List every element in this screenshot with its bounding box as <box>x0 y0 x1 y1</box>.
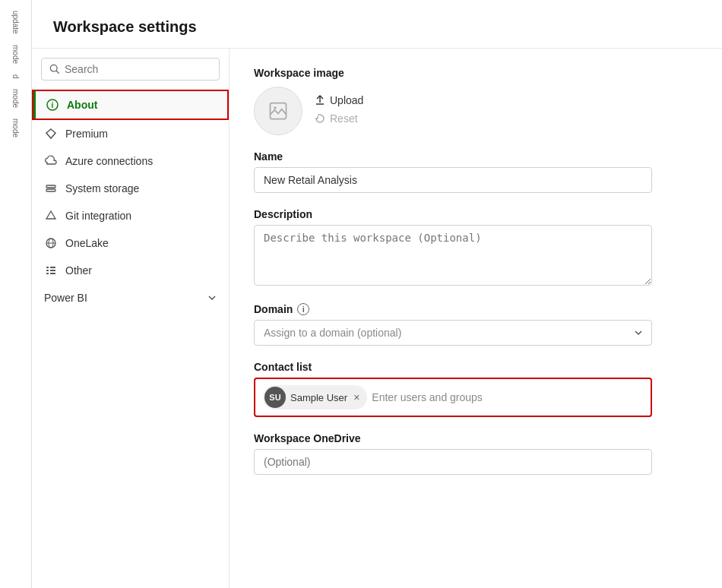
svg-rect-14 <box>50 270 55 271</box>
domain-info-icon[interactable]: i <box>297 303 309 315</box>
domain-label: Domain i <box>254 303 698 315</box>
contact-list-label: Contact list <box>254 361 698 373</box>
description-field-group: Description <box>254 208 698 288</box>
active-indicator <box>33 91 36 119</box>
search-input[interactable] <box>65 63 211 75</box>
list-icon <box>44 264 58 277</box>
svg-line-1 <box>56 71 59 73</box>
svg-rect-12 <box>50 267 55 268</box>
onedrive-input[interactable] <box>254 449 652 475</box>
name-field-group: Name <box>254 150 698 193</box>
description-label: Description <box>254 208 698 220</box>
workspace-image-row: Upload Reset <box>254 87 698 135</box>
left-edge-item[interactable]: d <box>10 71 21 82</box>
reset-icon <box>315 113 325 124</box>
sidebar-item-label-about: About <box>67 99 97 111</box>
sidebar-item-premium[interactable]: Premium <box>32 120 229 147</box>
name-input[interactable] <box>254 167 652 193</box>
sidebar-item-git-integration[interactable]: Git integration <box>32 202 229 229</box>
sidebar-item-system-storage[interactable]: System storage <box>32 175 229 202</box>
upload-icon <box>315 95 325 106</box>
workspace-image-placeholder <box>254 87 302 135</box>
sidebar: i About Premium <box>32 49 230 588</box>
left-edge-item[interactable]: mode <box>10 115 21 141</box>
svg-marker-7 <box>46 211 55 219</box>
chip-remove-button[interactable]: × <box>352 392 361 403</box>
sidebar-item-label-storage: System storage <box>65 182 139 194</box>
onedrive-field-group: Workspace OneDrive <box>254 432 698 475</box>
domain-field-group: Domain i Assign to a domain (optional) <box>254 303 698 346</box>
onedrive-label: Workspace OneDrive <box>254 432 698 444</box>
search-box[interactable] <box>41 58 220 81</box>
main-panel: Workspace settings i <box>32 0 722 588</box>
image-icon <box>268 100 289 122</box>
left-edge-item[interactable]: mode <box>10 86 21 111</box>
diamond-icon <box>44 127 58 141</box>
sidebar-item-azure-connections[interactable]: Azure connections <box>32 147 229 175</box>
svg-rect-16 <box>50 273 55 274</box>
contact-list-box[interactable]: SU Sample User × Enter users and groups <box>254 378 652 417</box>
svg-rect-11 <box>46 267 49 268</box>
svg-rect-6 <box>46 189 55 191</box>
svg-marker-4 <box>46 129 55 138</box>
left-edge-item[interactable]: mode <box>10 42 21 67</box>
sidebar-item-label-onelake: OneLake <box>65 237 109 249</box>
cloud-icon <box>44 154 58 168</box>
sidebar-item-onelake[interactable]: OneLake <box>32 229 229 257</box>
settings-main-content: Workspace image <box>230 49 722 588</box>
sidebar-item-label-other: Other <box>65 264 92 277</box>
domain-wrapper: Assign to a domain (optional) <box>254 320 652 346</box>
svg-point-18 <box>274 106 277 109</box>
chevron-down-icon <box>207 293 217 302</box>
reset-label: Reset <box>330 112 358 125</box>
info-circle-icon: i <box>46 98 59 112</box>
svg-text:i: i <box>52 101 54 109</box>
upload-button[interactable]: Upload <box>315 93 363 108</box>
sidebar-section-power-bi[interactable]: Power BI <box>32 284 229 311</box>
avatar: SU <box>264 387 286 408</box>
git-icon <box>44 209 58 223</box>
contact-list-field-group: Contact list SU Sample User × Enter user… <box>254 361 698 417</box>
user-name: Sample User <box>290 392 347 403</box>
search-icon <box>49 64 60 74</box>
upload-label: Upload <box>330 94 363 106</box>
sidebar-item-other[interactable]: Other <box>32 257 229 284</box>
storage-icon <box>44 182 58 195</box>
content-area: i About Premium <box>32 49 722 588</box>
description-input[interactable] <box>254 225 652 286</box>
sidebar-item-about[interactable]: i About <box>32 90 229 120</box>
section-label-power-bi: Power BI <box>44 292 87 304</box>
svg-rect-13 <box>46 270 49 271</box>
name-label: Name <box>254 150 698 163</box>
contact-input-placeholder[interactable]: Enter users and groups <box>372 391 643 403</box>
domain-select[interactable]: Assign to a domain (optional) <box>254 320 652 346</box>
globe-icon <box>44 236 58 250</box>
workspace-image-label: Workspace image <box>254 67 698 79</box>
left-edge-item[interactable]: update <box>10 8 21 37</box>
workspace-settings-header: Workspace settings <box>32 0 722 49</box>
sidebar-item-label-git: Git integration <box>65 210 131 222</box>
sidebar-item-label-premium: Premium <box>65 128 108 140</box>
svg-rect-15 <box>46 273 49 274</box>
sidebar-item-label-azure: Azure connections <box>65 155 153 167</box>
user-chip: SU Sample User × <box>263 385 367 409</box>
page-title: Workspace settings <box>53 18 701 36</box>
image-actions: Upload Reset <box>315 87 363 126</box>
svg-rect-5 <box>46 185 55 188</box>
left-edge-nav: update mode d mode mode <box>0 0 32 588</box>
reset-button[interactable]: Reset <box>315 111 363 126</box>
